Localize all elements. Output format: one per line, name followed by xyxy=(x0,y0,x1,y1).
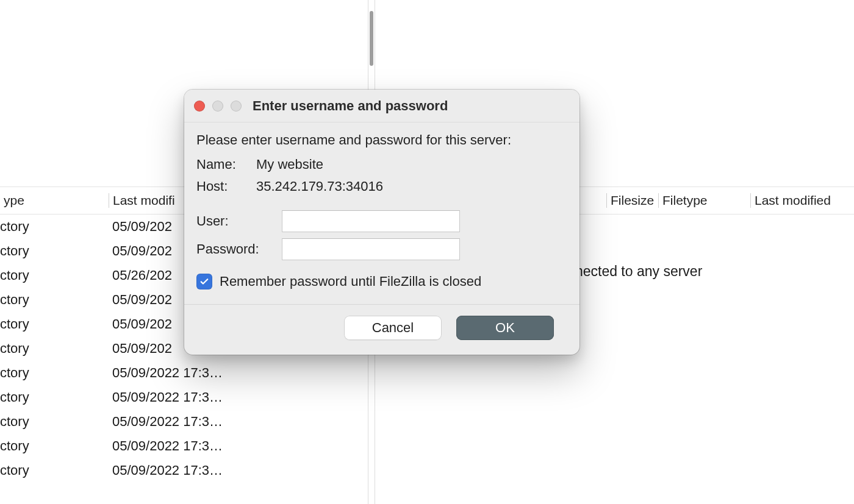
user-input[interactable] xyxy=(282,210,460,232)
table-row[interactable]: ctory05/09/2022 17:3… xyxy=(0,410,368,434)
host-value: 35.242.179.73:34016 xyxy=(256,179,383,194)
cell-modified: 05/09/2022 17:3… xyxy=(110,438,366,454)
close-icon[interactable] xyxy=(194,101,205,112)
password-label: Password: xyxy=(196,241,282,257)
cell-modified: 05/09/2022 17:3… xyxy=(110,389,366,405)
cell-filetype: ctory xyxy=(0,414,110,430)
dialog-titlebar[interactable]: Enter username and password xyxy=(184,90,580,122)
name-value: My website xyxy=(256,157,323,172)
minimize-icon xyxy=(212,101,223,112)
cell-filetype: ctory xyxy=(0,438,110,454)
host-label: Host: xyxy=(196,179,256,194)
remember-checkbox[interactable] xyxy=(196,274,212,289)
dialog-prompt: Please enter username and password for t… xyxy=(196,132,567,148)
cell-modified: 05/09/2022 17:3… xyxy=(110,463,366,478)
col-right-filetype[interactable]: Filetype xyxy=(659,193,750,208)
table-row[interactable]: ctory05/09/2022 17:3… xyxy=(0,434,368,458)
login-dialog: Enter username and password Please enter… xyxy=(184,90,580,355)
cell-filetype: ctory xyxy=(0,316,110,332)
ok-button[interactable]: OK xyxy=(456,316,554,340)
table-row[interactable]: ctory05/09/2022 17:3… xyxy=(0,361,368,385)
cell-modified: 05/09/2022 17:3… xyxy=(110,365,366,381)
table-row[interactable]: ctory05/09/2022 17:3… xyxy=(0,458,368,483)
col-left-type[interactable]: ype xyxy=(0,193,109,208)
name-label: Name: xyxy=(196,157,256,172)
cell-filetype: ctory xyxy=(0,292,110,308)
user-label: User: xyxy=(196,213,282,229)
cell-modified: 05/09/2022 17:3… xyxy=(110,414,366,430)
cell-filetype: ctory xyxy=(0,365,110,381)
cell-filetype: ctory xyxy=(0,389,110,405)
table-row[interactable]: ctory05/09/2022 17:3… xyxy=(0,385,368,410)
cell-filetype: ctory xyxy=(0,341,110,357)
cell-filetype: ctory xyxy=(0,219,110,235)
cell-filetype: ctory xyxy=(0,243,110,259)
col-right-filesize[interactable]: Filesize xyxy=(607,193,658,208)
zoom-icon xyxy=(231,101,242,112)
check-icon xyxy=(199,276,210,287)
scrollbar-thumb[interactable] xyxy=(370,11,373,66)
cell-filetype: ctory xyxy=(0,463,110,478)
cell-filetype: ctory xyxy=(0,268,110,283)
col-right-modified[interactable]: Last modified xyxy=(751,193,854,208)
cancel-button[interactable]: Cancel xyxy=(344,316,442,340)
password-input[interactable] xyxy=(282,238,460,260)
remember-label: Remember password until FileZilla is clo… xyxy=(220,274,481,289)
dialog-title: Enter username and password xyxy=(253,98,448,114)
